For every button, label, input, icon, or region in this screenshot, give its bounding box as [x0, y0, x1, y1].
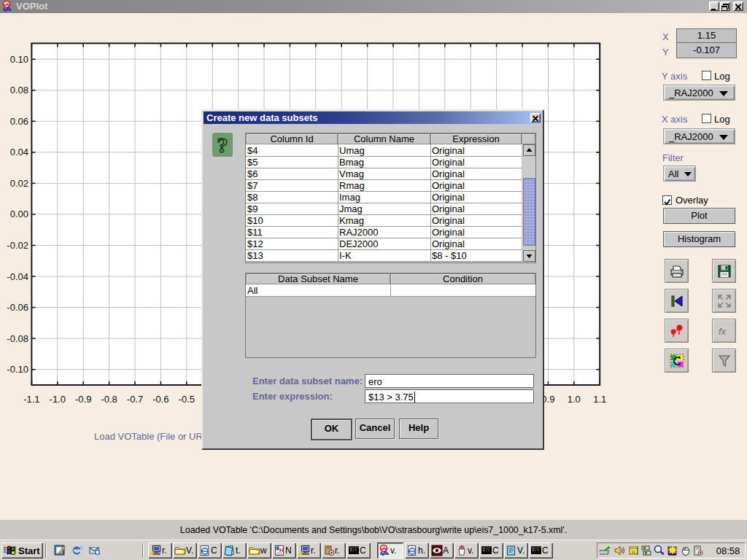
- svg-text:0.06: 0.06: [10, 116, 28, 127]
- svg-text:-0.6: -0.6: [152, 394, 169, 405]
- svg-text:0.08: 0.08: [10, 85, 28, 96]
- svg-text:-1.0: -1.0: [50, 394, 66, 405]
- svg-text:-0.10: -0.10: [7, 364, 28, 375]
- svg-text:-0.04: -0.04: [7, 271, 28, 282]
- svg-text:C:\: C:\: [350, 548, 357, 553]
- svg-text:31: 31: [631, 550, 636, 554]
- svg-text:-0.08: -0.08: [7, 333, 28, 344]
- svg-text:0.00: 0.00: [10, 209, 28, 219]
- svg-text:-0.02: -0.02: [7, 240, 28, 251]
- svg-text:H: H: [279, 547, 284, 553]
- svg-text:0.10: 0.10: [10, 54, 28, 65]
- svg-text:C:\: C:\: [533, 548, 539, 553]
- svg-text:0.02: 0.02: [10, 178, 28, 189]
- svg-text:0.04: 0.04: [10, 147, 28, 158]
- svg-text:1.0: 1.0: [568, 394, 581, 405]
- svg-text:C:\: C:\: [483, 548, 489, 553]
- svg-text:1.1: 1.1: [593, 394, 606, 405]
- svg-text:-0.9: -0.9: [75, 394, 91, 405]
- svg-text:-1.1: -1.1: [23, 394, 39, 405]
- svg-text:-0.06: -0.06: [7, 302, 28, 313]
- svg-text:-0.8: -0.8: [101, 394, 117, 405]
- svg-text:-0.7: -0.7: [127, 394, 143, 405]
- svg-text:-0.5: -0.5: [179, 394, 195, 405]
- svg-text:fx: fx: [719, 326, 727, 337]
